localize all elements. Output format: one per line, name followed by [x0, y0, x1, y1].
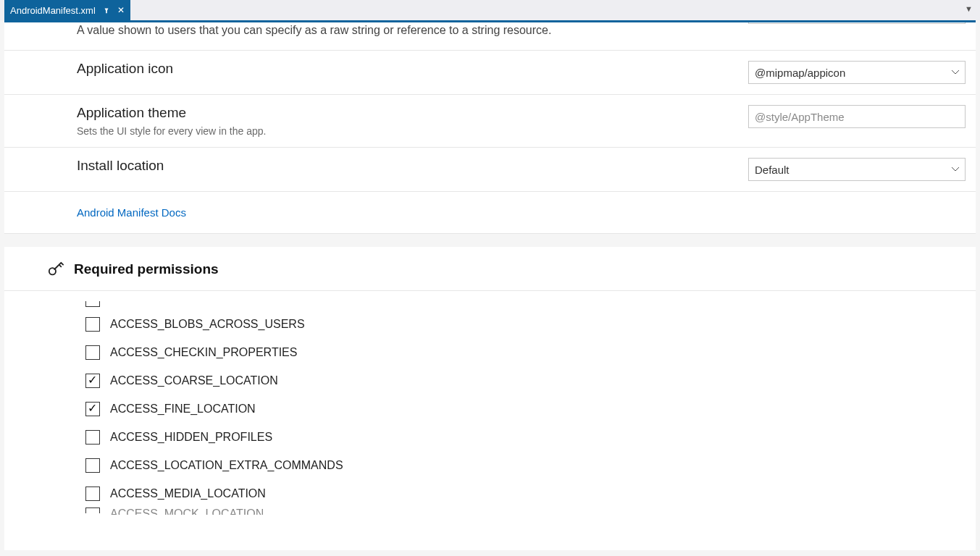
- link-android-manifest-docs[interactable]: Android Manifest Docs: [77, 206, 186, 219]
- row-application-theme: Application theme Sets the UI style for …: [4, 95, 976, 148]
- permission-label: ACCESS_FINE_LOCATION: [110, 403, 256, 416]
- previous-field-hint: A value shown to users that you can spec…: [4, 24, 748, 37]
- input-application-theme[interactable]: [748, 105, 966, 128]
- permission-checkbox[interactable]: [85, 402, 100, 416]
- permission-label: ACCESS_CHECKIN_PROPERTIES: [110, 346, 297, 359]
- tab-title: AndroidManifest.xml: [10, 5, 96, 16]
- permission-row: ACCESS_LOCATION_EXTRA_COMMANDS: [85, 451, 976, 479]
- section-header-permissions: Required permissions: [4, 247, 976, 291]
- permission-label: ACCESS_LOCATION_EXTRA_COMMANDS: [110, 459, 343, 472]
- document-tabbar: AndroidManifest.xml ✕ ▼: [0, 0, 980, 20]
- permission-label: ACCESS_MEDIA_LOCATION: [110, 487, 266, 500]
- permission-checkbox[interactable]: [85, 374, 100, 388]
- permission-checkbox[interactable]: [85, 486, 100, 501]
- key-icon: [48, 261, 64, 277]
- previous-field-input-cut: [748, 22, 966, 24]
- permission-checkbox[interactable]: [85, 458, 100, 473]
- select-application-icon[interactable]: @mipmap/appicon: [748, 61, 966, 84]
- permissions-title: Required permissions: [74, 261, 219, 277]
- permission-checkbox-cut: [85, 507, 100, 513]
- permission-row: ACCESS_BLOBS_ACROSS_USERS: [85, 310, 976, 338]
- manifest-editor: A value shown to users that you can spec…: [4, 20, 976, 550]
- permission-row-cut-bottom: ACCESS_MOCK_LOCATION: [85, 507, 976, 515]
- permission-row: ACCESS_COARSE_LOCATION: [85, 366, 976, 395]
- label-application-theme: Application theme: [77, 105, 748, 121]
- tab-androidmanifest[interactable]: AndroidManifest.xml ✕: [4, 0, 130, 20]
- permission-row: ACCESS_HIDDEN_PROFILES: [85, 423, 976, 451]
- permission-label: ACCESS_COARSE_LOCATION: [110, 374, 278, 387]
- hint-application-theme: Sets the UI style for every view in the …: [77, 125, 748, 137]
- select-install-location[interactable]: Default: [748, 158, 966, 181]
- row-docs-link: Android Manifest Docs: [4, 192, 976, 234]
- permission-checkbox[interactable]: [85, 430, 100, 445]
- permission-row: ACCESS_MEDIA_LOCATION: [85, 479, 976, 507]
- permission-row: ACCESS_CHECKIN_PROPERTIES: [85, 338, 976, 366]
- section-gap: [4, 234, 976, 247]
- permission-label-cut: ACCESS_MOCK_LOCATION: [110, 507, 264, 515]
- permission-label: ACCESS_BLOBS_ACROSS_USERS: [110, 318, 305, 331]
- permission-label: ACCESS_HIDDEN_PROFILES: [110, 431, 272, 444]
- permission-checkbox[interactable]: [85, 345, 100, 360]
- pin-icon[interactable]: [103, 7, 110, 14]
- close-icon[interactable]: ✕: [117, 7, 125, 14]
- permission-checkbox-cut: [85, 301, 100, 307]
- permission-checkbox[interactable]: [85, 317, 100, 332]
- permissions-list[interactable]: ACCESS_BLOBS_ACROSS_USERSACCESS_CHECKIN_…: [4, 291, 976, 515]
- tabbar-overflow-icon[interactable]: ▼: [965, 4, 973, 13]
- label-install-location: Install location: [77, 158, 748, 174]
- label-application-icon: Application icon: [77, 61, 748, 77]
- permission-row-cut-top: [85, 298, 976, 307]
- permission-row: ACCESS_FINE_LOCATION: [85, 395, 976, 423]
- row-application-icon: Application icon @mipmap/appicon: [4, 51, 976, 95]
- row-install-location: Install location Default: [4, 148, 976, 192]
